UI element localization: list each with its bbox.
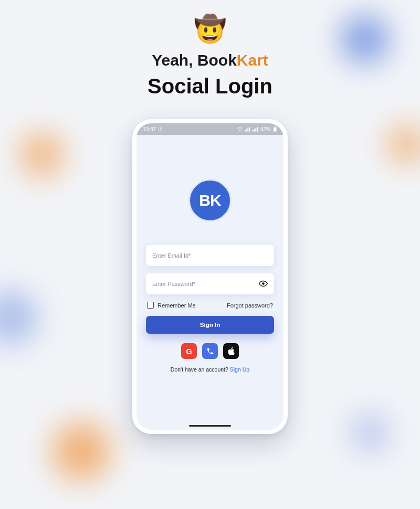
svg-rect-5 — [249, 127, 250, 131]
signal-icon — [253, 127, 258, 132]
wifi-icon — [237, 127, 243, 132]
svg-rect-3 — [246, 129, 247, 131]
google-login-button[interactable]: G — [181, 343, 197, 359]
remember-me[interactable]: Remember Me — [147, 302, 196, 309]
phone-frame: 10:37 92% BK Enter Email Id* Ente — [132, 119, 288, 434]
eye-icon[interactable] — [259, 279, 268, 289]
hero: 🤠 Yeah, BookKart Social Login — [0, 0, 420, 98]
hero-title-line1: Yeah, BookKart — [0, 51, 420, 69]
svg-rect-8 — [255, 128, 256, 131]
login-screen: BK Enter Email Id* Enter Password* Remem… — [136, 135, 284, 430]
svg-rect-9 — [257, 127, 258, 131]
remember-checkbox[interactable] — [147, 302, 154, 309]
statusbar-time: 10:37 — [143, 126, 156, 132]
home-indicator — [189, 425, 231, 427]
svg-rect-7 — [254, 129, 255, 131]
battery-icon — [273, 126, 277, 132]
app-logo: BK — [188, 179, 232, 222]
clock-icon — [158, 127, 163, 132]
forgot-password-link[interactable]: Forgot password? — [227, 302, 273, 309]
email-placeholder: Enter Email Id* — [152, 252, 268, 259]
phone-icon — [206, 347, 214, 355]
statusbar-battery: 92% — [260, 126, 271, 132]
svg-rect-12 — [274, 128, 276, 131]
svg-rect-4 — [247, 128, 248, 131]
signup-text: Don't have an account? — [171, 366, 230, 373]
google-icon: G — [186, 347, 192, 356]
svg-rect-6 — [253, 130, 254, 131]
phone-login-button[interactable] — [202, 343, 218, 359]
hero-title-accent: Kart — [237, 51, 268, 69]
apple-login-button[interactable] — [223, 343, 239, 359]
apple-icon — [227, 347, 235, 356]
svg-point-13 — [262, 282, 265, 285]
sign-in-button[interactable]: Sign In — [146, 316, 274, 334]
svg-point-1 — [239, 130, 240, 131]
hero-title-prefix: Yeah, Book — [152, 51, 237, 69]
password-placeholder: Enter Password* — [152, 281, 259, 287]
svg-rect-2 — [245, 130, 246, 131]
email-field[interactable]: Enter Email Id* — [146, 245, 274, 266]
app-logo-text: BK — [199, 192, 220, 209]
hero-title-line2: Social Login — [0, 75, 420, 98]
cowboy-emoji: 🤠 — [0, 16, 420, 42]
statusbar: 10:37 92% — [136, 123, 284, 135]
signup-prompt: Don't have an account? Sign Up — [146, 366, 274, 373]
social-login-row: G — [146, 343, 274, 359]
signup-link[interactable]: Sign Up — [230, 366, 249, 373]
password-field[interactable]: Enter Password* — [146, 273, 274, 294]
signal-icon — [245, 127, 250, 132]
remember-label: Remember Me — [158, 302, 196, 309]
